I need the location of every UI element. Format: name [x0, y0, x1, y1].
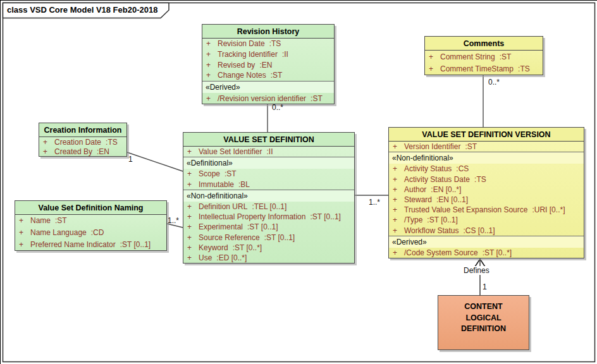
attribute-type: :CS [0..1]: [463, 227, 495, 234]
stereotype-group-row: «Definitional»: [183, 157, 354, 169]
attribute-type: :TS: [106, 138, 118, 146]
class-title: Comments: [425, 37, 543, 51]
attribute-name: Revised by: [218, 61, 255, 69]
attribute-name: Version Identifier: [404, 143, 460, 150]
attribute-name: /Type: [404, 216, 422, 224]
visibility-marker: +: [183, 254, 199, 262]
attribute-name: Use: [199, 254, 212, 262]
visibility-marker: +: [389, 206, 404, 214]
attribute-name: Comment TimeStamp: [440, 65, 514, 73]
attribute-type: :ST: [55, 217, 67, 224]
stereotype-group-row: «Derived»: [202, 81, 334, 94]
visibility-marker: +: [389, 249, 404, 257]
class-creation-information[interactable]: Creation Information + Creation Date :TS…: [39, 123, 127, 157]
attribute-type: :ST: [500, 53, 512, 61]
class-comments[interactable]: Comments + Comment String :ST + Comment …: [424, 36, 543, 75]
visibility-marker: +: [425, 53, 440, 61]
attribute-type: :CD: [91, 229, 104, 236]
attribute-type: :II: [267, 148, 273, 155]
visibility-marker: +: [15, 241, 30, 248]
visibility-marker: +: [389, 216, 404, 224]
association-label-defines: Defines: [462, 266, 491, 275]
attribute-type: :BL: [238, 181, 250, 188]
visibility-marker: +: [183, 148, 199, 155]
attribute-type: :ST [0..*]: [233, 244, 262, 252]
attribute-name: Activity Status: [404, 165, 452, 173]
class-value-set-definition-version[interactable]: VALUE SET DEFINITION VERSION + Version I…: [388, 127, 584, 258]
visibility-marker: +: [389, 227, 404, 234]
uml-diagram-canvas: class VSD Core Model V18 Feb20-2018 Revi…: [0, 0, 597, 364]
attribute-row: + Definition URL :TEL [0..1]: [183, 202, 354, 212]
connector-creation-to-vsd[interactable]: [127, 152, 183, 171]
attribute-name: Tracking Identifier: [218, 51, 278, 58]
class-content-logical-definition[interactable]: CONTENT LOGICAL DEFINITION: [438, 295, 529, 350]
attribute-row: + Workflow Status :CS [0..1]: [389, 226, 584, 236]
attribute-name: Source Reference: [199, 234, 260, 241]
attribute-type: :EN [0..*]: [431, 186, 461, 193]
attribute-row: + Version Identifier :ST: [389, 142, 584, 152]
attribute-row: + Creation Date :TS: [39, 137, 126, 147]
class-value-set-definition-naming[interactable]: Value Set Definition Naming + Name :ST +…: [15, 200, 167, 251]
attribute-type: :EN: [259, 61, 272, 69]
class-revision-history[interactable]: Revision History + Revision Date :TS + T…: [202, 24, 335, 104]
class-title: Value Set Definition Naming: [15, 201, 166, 215]
attribute-row: + Change Notes :ST: [202, 70, 334, 81]
attribute-name: Scope: [199, 170, 220, 178]
attribute-name: Activity Status Date: [404, 176, 470, 183]
stereotype-group-row: «Non-definitional»: [389, 152, 584, 164]
attribute-row: + Author :EN [0..*]: [389, 185, 584, 195]
attribute-row: + Source Reference :ST [0..1]: [183, 233, 354, 243]
attribute-name: Creation Date: [54, 138, 101, 146]
visibility-marker: +: [39, 138, 54, 146]
visibility-marker: +: [183, 213, 199, 221]
visibility-marker: +: [202, 71, 218, 79]
multiplicity-revision-history: 0..*: [272, 103, 283, 112]
attribute-row: + Activity Status :CS: [389, 164, 584, 174]
attribute-row: + Steward :EN [0..1]: [389, 195, 584, 205]
attribute-row: + Revised by :EN: [202, 59, 334, 70]
attribute-row: + /Type :ST [0..1]: [389, 215, 584, 225]
visibility-marker: +: [202, 95, 218, 102]
attribute-name: Workflow Status: [404, 227, 459, 234]
visibility-marker: +: [15, 217, 30, 224]
frame-title: class VSD Core Model V18 Feb20-2018: [7, 5, 157, 15]
attribute-type: :ST [0..*]: [483, 249, 512, 257]
attribute-row: + Name Language :CD: [15, 227, 166, 239]
attribute-type: :ST [0..1]: [120, 241, 151, 248]
attribute-type: :TS: [518, 65, 530, 73]
attribute-type: :ST [0..1]: [427, 216, 457, 224]
attribute-type: :EN: [97, 148, 109, 155]
attribute-name: Intellectual Property Information: [199, 213, 305, 221]
multiplicity-vsd-version: 1..*: [369, 198, 380, 207]
visibility-marker: +: [183, 244, 199, 252]
attribute-row: + Created By :EN: [39, 147, 126, 156]
attribute-type: :II: [282, 51, 288, 58]
attribute-name: /Code System Source: [404, 249, 478, 257]
attribute-name: Trusted Value Set Expansion Source: [404, 206, 527, 214]
class-value-set-definition[interactable]: VALUE SET DEFINITION + Value Set Identif…: [183, 132, 355, 264]
visibility-marker: +: [389, 186, 404, 193]
visibility-marker: +: [202, 61, 218, 69]
class-title: Revision History: [202, 25, 334, 39]
attribute-type: :TS: [474, 176, 486, 183]
visibility-marker: +: [183, 170, 199, 178]
attribute-type: :ST: [225, 170, 237, 178]
attribute-type: :TEL [0..1]: [252, 203, 286, 210]
attribute-row: + Preferred Name Indicator :ST [0..1]: [15, 238, 166, 250]
visibility-marker: +: [389, 196, 404, 203]
attribute-name: Value Set Identifier: [199, 148, 262, 155]
class-title: CONTENT LOGICAL DEFINITION: [438, 296, 529, 335]
visibility-marker: +: [389, 165, 404, 173]
attribute-name: Name Language: [30, 229, 87, 236]
visibility-marker: +: [183, 234, 199, 241]
attribute-row: + Use :ED [0..*]: [183, 253, 354, 263]
class-title: VALUE SET DEFINITION VERSION: [389, 128, 584, 142]
attribute-row: + Revision Date :TS: [202, 39, 334, 49]
attribute-name: Definition URL: [199, 203, 247, 210]
attribute-row: + Value Set Identifier :II: [183, 147, 354, 157]
attribute-type: :ST: [465, 143, 477, 150]
attribute-row: + Name :ST: [15, 215, 166, 227]
class-title: VALUE SET DEFINITION: [183, 133, 354, 147]
visibility-marker: +: [183, 181, 199, 188]
attribute-row: + Comment TimeStamp :TS: [425, 63, 543, 75]
